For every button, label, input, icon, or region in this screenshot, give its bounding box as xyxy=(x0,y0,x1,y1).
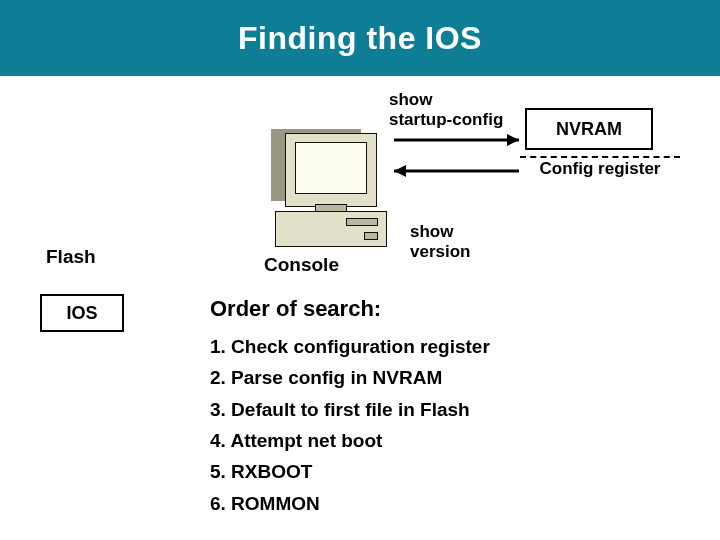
computer-icon xyxy=(275,133,385,253)
order-list: 1. Check configuration register 2. Parse… xyxy=(210,331,490,519)
nvram-box: NVRAM xyxy=(525,108,653,150)
flash-label: Flash xyxy=(46,246,96,268)
cmd-text: startup-config xyxy=(389,110,503,129)
ios-box: IOS xyxy=(40,294,124,332)
svg-marker-3 xyxy=(394,165,406,177)
order-item: 4. Attempt net boot xyxy=(210,425,490,456)
order-item: 1. Check configuration register xyxy=(210,331,490,362)
order-heading: Order of search: xyxy=(210,296,381,322)
order-item: 6. ROMMON xyxy=(210,488,490,519)
console-label: Console xyxy=(264,254,339,276)
svg-marker-1 xyxy=(507,134,519,146)
title-bar: Finding the IOS xyxy=(0,0,720,76)
diagram-stage: Flash IOS Console NVRAM Config register … xyxy=(0,76,720,540)
order-item: 3. Default to first file in Flash xyxy=(210,394,490,425)
arrow-from-nvram xyxy=(394,165,519,177)
cmd-text: show xyxy=(389,90,432,109)
order-item: 5. RXBOOT xyxy=(210,456,490,487)
show-version-label: show version xyxy=(410,222,470,261)
cmd-text: version xyxy=(410,242,470,261)
arrow-to-nvram xyxy=(394,134,519,146)
config-register-label: Config register xyxy=(520,156,680,183)
show-startup-config-label: show startup-config xyxy=(389,90,503,129)
ios-label: IOS xyxy=(66,303,97,324)
nvram-label: NVRAM xyxy=(556,119,622,140)
cmd-text: show xyxy=(410,222,453,241)
order-item: 2. Parse config in NVRAM xyxy=(210,362,490,393)
page-title: Finding the IOS xyxy=(238,20,482,57)
